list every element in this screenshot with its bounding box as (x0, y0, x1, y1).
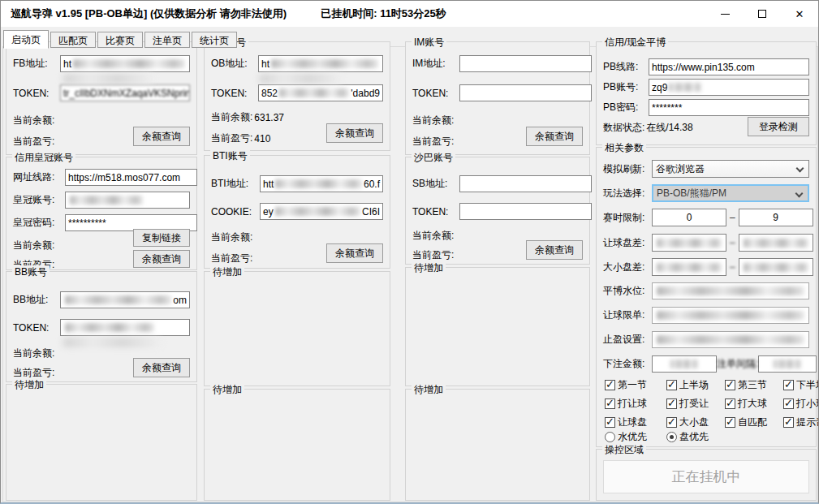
tab-start[interactable]: 启动页 (3, 30, 49, 49)
ob-token-input[interactable]: 852 'dabd9 (258, 84, 383, 101)
check-second-half[interactable]: 下半场 (783, 378, 819, 392)
handicap-diff-to-input[interactable] (739, 234, 813, 252)
play-select[interactable]: PB-OB/熊猫/PM (652, 184, 809, 202)
fb-token-visible: tr_cIIbDXNmXZaqaVKSNprinpuKhn (63, 88, 190, 99)
bti-cookie-label: COOKIE: (211, 206, 260, 218)
bti-balance-label: 当前余额: (211, 230, 252, 244)
crown-balance-query-button[interactable]: 余额查询 (133, 250, 190, 268)
redacted-text (275, 207, 360, 216)
ob-balance-query-button[interactable]: 余额查询 (326, 123, 383, 143)
sim-refresh-select[interactable]: 谷歌浏览器 (652, 160, 809, 178)
im-balance-query-button[interactable]: 余额查询 (526, 127, 583, 146)
control-area-group: 操控区域 正在挂机中 (596, 449, 817, 501)
ou-diff-to-input[interactable] (739, 258, 813, 276)
bet-amount-input[interactable] (652, 355, 717, 373)
im-account-group: IM账号 IM地址: TOKEN: 当前余额: 当前盈亏: 余额查询 (405, 41, 590, 155)
profit-stop-input[interactable] (652, 331, 809, 348)
pb-password-input[interactable] (649, 99, 809, 116)
bti-address-label: BTI地址: (211, 177, 260, 191)
ou-diff-from-input[interactable] (652, 258, 726, 276)
chevron-down-icon (795, 190, 804, 198)
redacted-text (657, 335, 804, 344)
im-token-input[interactable] (459, 84, 592, 101)
fb-balance-query-button[interactable]: 余额查询 (133, 127, 190, 146)
water-level-input[interactable] (652, 282, 809, 299)
check-bet-handicap[interactable]: 打让球 (605, 397, 666, 411)
redacted-text (65, 323, 154, 332)
handicap-limit-input[interactable] (652, 307, 809, 324)
group-title: 待增加 (210, 383, 244, 397)
pb-status-value: 在线/14.38 (646, 121, 692, 135)
pb-account-input[interactable]: zq9 (649, 79, 809, 96)
check-auto-match[interactable]: 自匹配 (725, 416, 783, 429)
check-period-1[interactable]: 第一节 (605, 378, 666, 392)
bb-balance-query-button[interactable]: 余额查询 (133, 358, 190, 377)
handicap-diff-from-input[interactable] (652, 234, 726, 252)
tab-orders[interactable]: 注单页 (144, 32, 190, 48)
tab-game[interactable]: 比赛页 (97, 32, 143, 48)
ob-address-input[interactable]: ht (258, 55, 383, 72)
redacted-smudge (63, 338, 161, 347)
bb-address-input[interactable]: om (60, 291, 190, 308)
check-first-half[interactable]: 上半场 (666, 378, 725, 392)
check-handicap-market[interactable]: 让球盘 (605, 416, 666, 429)
group-title: 待增加 (412, 383, 446, 397)
close-button[interactable]: ✕ (781, 1, 818, 27)
water-level-label: 平博水位: (603, 284, 652, 298)
order-interval-input[interactable] (758, 355, 817, 373)
sim-refresh-value: 谷歌浏览器 (656, 162, 705, 176)
hangup-status-button[interactable]: 正在挂机中 (603, 460, 809, 493)
check-bet-underdog[interactable]: 打受让 (666, 397, 725, 411)
bti-cookie-input[interactable]: ey CI6I (260, 203, 383, 220)
ob-token-label: TOKEN: (211, 88, 258, 99)
check-label: 上半场 (679, 378, 709, 392)
group-title: 待增加 (412, 261, 446, 275)
radio-water-priority[interactable]: 水优先 (605, 430, 666, 444)
redacted-text (73, 59, 185, 68)
sim-refresh-label: 模拟刷新: (603, 162, 652, 176)
sb-balance-query-button[interactable]: 余额查询 (526, 240, 583, 260)
crown-balance-label: 当前余额: (13, 239, 54, 252)
crown-line-input[interactable] (65, 169, 197, 186)
titlebar: 巡航导弹 v1.95 [PB-OB单边] (仅供数据分析 请勿非法使用) 已挂机… (1, 1, 818, 27)
group-title: 待增加 (12, 378, 46, 392)
ob-balance-label: 当前余额: (211, 110, 252, 124)
checkbox-checked-icon (783, 417, 794, 428)
time-limit-from-input[interactable] (652, 209, 726, 226)
maximize-button[interactable] (744, 1, 781, 27)
crown-account-input[interactable] (65, 192, 190, 209)
tab-stats[interactable]: 统计页 (192, 32, 237, 48)
check-period-3[interactable]: 第三节 (725, 378, 783, 392)
fb-address-input[interactable]: ht (60, 55, 190, 72)
bb-token-input[interactable] (60, 319, 190, 336)
sb-token-input[interactable] (459, 203, 592, 220)
range-dash: – (726, 237, 739, 248)
check-ou-market[interactable]: 大小盘 (666, 416, 725, 429)
redacted-text (657, 263, 722, 272)
check-label: 打让球 (618, 397, 647, 411)
im-address-input[interactable] (459, 55, 592, 72)
bti-cookie-visible-suffix: CI6I (362, 206, 380, 218)
check-bet-under[interactable]: 打小球 (783, 397, 819, 411)
checkbox-checked-icon (666, 398, 677, 409)
check-bet-over[interactable]: 打大球 (725, 397, 783, 411)
pb-login-check-button[interactable]: 登录检测 (748, 117, 809, 136)
bti-address-input[interactable]: htt 60.f (260, 175, 383, 192)
time-limit-to-input[interactable] (739, 209, 813, 226)
check-alert-sound[interactable]: 提示音 (783, 416, 819, 429)
fb-token-input[interactable]: tr_cIIbDXNmXZaqaVKSNprinpuKhn (60, 84, 190, 101)
radio-unselected-icon (605, 432, 615, 442)
redacted-text (670, 360, 698, 368)
redacted-smudge (260, 75, 341, 83)
pb-line-input[interactable] (649, 58, 809, 75)
tab-match[interactable]: 匹配页 (50, 32, 96, 48)
check-label: 第三节 (738, 378, 767, 392)
sb-address-input[interactable] (459, 175, 592, 192)
crown-copy-link-button[interactable]: 复制链接 (133, 229, 190, 247)
fb-address-visible: ht (63, 58, 71, 70)
pb-status-label: 数据状态: (603, 121, 644, 135)
check-label: 自匹配 (738, 416, 767, 429)
bti-balance-query-button[interactable]: 余额查询 (326, 243, 383, 263)
radio-market-priority[interactable]: 盘优先 (666, 430, 809, 444)
minimize-button[interactable] (706, 1, 744, 27)
